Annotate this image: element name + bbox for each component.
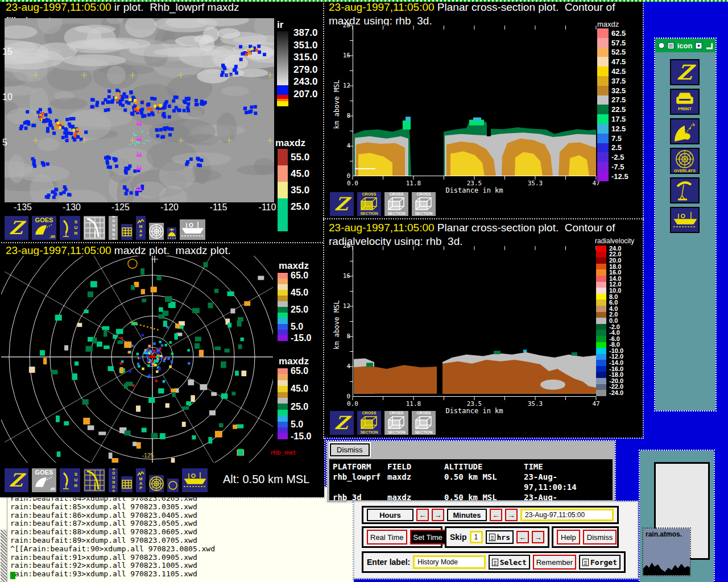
ir-colorbar [277,31,288,106]
map-icon [136,218,145,225]
xsect-radialvelocity-window: 23-aug-1997,11:05:00 Planar cross-sectio… [324,219,643,438]
zeb-dock-button[interactable]: Z [670,59,700,85]
ir-tick: 279.0 [293,64,318,76]
grid-plot-button[interactable] [82,215,106,241]
skip-back-button[interactable]: ← [516,531,529,543]
surveillance-radar-button[interactable]: SUR [59,467,81,493]
ir-tick: 207.0 [293,89,318,100]
col-altitude: ALTITUDE [444,462,524,472]
bounds-button[interactable]: BOUNDS [107,467,119,493]
real-time-button[interactable]: Real Time [367,530,407,544]
xsect1-title: 23-aug-1997,11:05:00 Planar cross-sectio… [329,1,615,14]
polar-overlay-button[interactable] [148,222,165,241]
radar-ppi-display[interactable] [1,256,273,463]
skip-group: Skip 1 hrs ← → [445,526,549,548]
cross-section-button[interactable]: CROSS SECTION [411,410,437,436]
cross-section-button[interactable]: CROSS SECTION [383,410,410,436]
icon-panel-titlebar[interactable]: icon [655,39,715,52]
rain-atmos-window[interactable]: rain.atmos. [643,529,690,575]
select-menu[interactable]: Select [489,555,530,569]
time-input[interactable]: 23-Aug-97,11:05:00 [520,509,614,521]
zeb-z-icon: Z [334,414,350,432]
timestamp: 23-aug-1997,11:05:00 [6,1,111,13]
overlays-dock-button[interactable]: OVERLAYS [670,148,700,174]
label-group: Enter label: History Mode Select Remembe… [362,551,626,573]
ship-dock-button[interactable] [670,207,700,233]
ir-tick: 351.0 [293,40,318,51]
cross-section-button[interactable]: CROSS SECTION [383,191,410,217]
satellite-dock-button[interactable] [670,118,700,144]
x-tick: -115 [204,202,233,213]
y-axis-label: km above MSL [333,72,341,129]
window-circle-icon[interactable] [658,42,664,49]
zeb-menu-button[interactable]: Z [329,191,355,217]
small-grid-button[interactable] [120,475,134,493]
zeb-menu-button[interactable]: Z [3,215,30,241]
zeb-menu-button[interactable]: Z [3,467,30,493]
xterm-window[interactable]: rain:beaufait:84>xdump.all 970823.0205.x… [0,487,354,582]
maxdz-colorbar2: 65.045.025.05.0-15.0 [278,368,311,439]
hours-back-button[interactable]: ← [416,509,429,521]
range-ring-button[interactable] [166,477,180,493]
set-time-button[interactable]: Set Time [410,530,446,544]
satellite-icon [673,120,696,142]
satellite-ir-image[interactable] [5,18,274,202]
minutes-button[interactable]: Minutes [447,509,487,521]
y-tick: 0 [339,172,350,180]
map-button[interactable]: MAP [135,467,147,493]
cross-section-plot[interactable] [353,246,596,397]
goes-ir-button[interactable]: GOES .IR [31,215,57,241]
hours-forward-button[interactable]: → [432,509,444,521]
dismiss-button[interactable]: Dismiss [583,530,617,544]
terminal-scrollbar[interactable] [0,488,7,582]
menu-icon [492,559,498,566]
y-tick: 10 [2,92,13,102]
xsect-maxdz-window: 23-aug-1997,11:05:00 Planar cross-sectio… [324,0,643,219]
time-mode-group: Real Time Set Time [362,526,442,548]
cross-section-button-active[interactable]: CROSS SECTION [356,191,382,217]
map-button[interactable]: MAP [135,215,147,241]
cross-section-button-active[interactable]: CROSS SECTION [356,410,382,436]
forget-menu[interactable]: Forget [579,555,621,569]
minutes-back-button[interactable]: ← [490,509,502,521]
radar-dock-button[interactable] [670,177,700,203]
ppi-toolbar: Z GOES .IR SUR BOUNDS MAP [3,464,209,493]
radialvelocity-colorbar: 24.022.020.018.016.014.012.010.08.06.04.… [596,246,623,396]
cross-section-plot[interactable] [353,26,596,176]
maxdz-colorbar1: 65.045.025.05.0-15.0 [278,273,311,341]
xsect2-title: 23-aug-1997,11:05:00 Planar cross-sectio… [329,222,615,234]
ship-icon [183,471,208,489]
dismiss-button[interactable]: Dismiss [330,443,370,456]
minutes-forward-button[interactable]: → [505,509,518,521]
cube-icon [359,415,379,430]
goes-ir-button[interactable]: GOES .IR [31,467,57,493]
grid-plot-button[interactable] [82,467,106,493]
buoy-button[interactable] [166,226,177,241]
track-label: rhb_met [271,449,295,456]
ship-button[interactable] [179,218,206,241]
polar-overlay-button[interactable] [148,474,165,493]
ir-colorbar-label: ir [277,19,283,31]
scrollbar-thumb[interactable] [1,530,7,582]
printer-icon [675,92,695,107]
surveillance-radar-button[interactable]: SUR [59,215,81,241]
help-button[interactable]: Help [557,530,580,544]
label-input[interactable]: History Mode [413,555,486,569]
ir-tick: 387.0 [293,27,318,39]
ship-icon [180,221,205,239]
bounds-button[interactable]: BOUNDS [107,215,119,241]
hours-button[interactable]: Hours [367,509,413,521]
print-dock-button[interactable]: PRINT [670,89,700,115]
window-menu-icon[interactable] [667,42,674,49]
window-corner-icon[interactable] [705,42,713,49]
small-grid-button[interactable] [120,223,134,241]
ship-button[interactable] [181,467,209,493]
zeb-menu-button[interactable]: Z [329,410,355,436]
skip-units-menu[interactable]: hrs [486,530,514,544]
window-dot-icon[interactable] [695,42,702,49]
cross-section-button[interactable]: CROSS SECTION [411,191,437,217]
skip-forward-button[interactable]: → [532,531,544,543]
ir-toolbar: Z GOES .IR SUR BOUNDS MAP [3,213,206,241]
remember-button[interactable]: Remember [533,555,576,569]
skip-input[interactable]: 1 [470,531,483,543]
